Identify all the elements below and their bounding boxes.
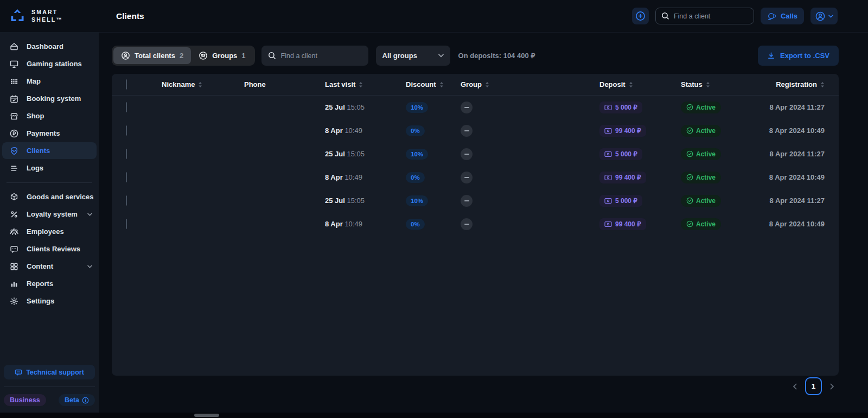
tab-total-clients[interactable]: Total clients 2 (113, 47, 191, 64)
alien-clients-icon (9, 146, 19, 156)
horizontal-scrollbar (0, 413, 868, 418)
business-badge: Business (4, 394, 46, 406)
last-visit-cell: 8 Apr 10:49 (325, 126, 406, 135)
sidebar-item-gaming-stations[interactable]: Gaming stations (2, 55, 97, 72)
status-badge: Active (681, 102, 721, 113)
tab-groups[interactable]: Groups 1 (191, 47, 253, 64)
sidebar-divider (4, 387, 95, 387)
beta-badge: Beta (59, 394, 95, 406)
row-checkbox[interactable] (126, 195, 127, 206)
row-checkbox[interactable] (126, 125, 127, 136)
header-group[interactable]: Group (461, 80, 599, 88)
download-icon (767, 52, 775, 60)
profile-button[interactable] (810, 8, 838, 24)
last-visit-cell: 25 Jul 15:05 (325, 103, 406, 111)
sidebar-item-label: Clients Reviews (27, 245, 80, 253)
sort-icon (198, 81, 202, 88)
group-empty-dash (461, 125, 473, 137)
table-row[interactable]: 8 Apr 10:49 0% 99 400 ₽ Active 8 Apr 202… (112, 166, 839, 189)
group-empty-dash (461, 218, 473, 230)
sidebar-item-logs[interactable]: Logs (2, 160, 97, 176)
discount-badge: 0% (406, 219, 425, 230)
filter-bar: Total clients 2 Groups 1 (112, 46, 839, 66)
person-circle-icon (121, 51, 130, 60)
header-registration[interactable]: Registration (749, 80, 825, 88)
table-row[interactable]: 8 Apr 10:49 0% 99 400 ₽ Active 8 Apr 202… (112, 212, 839, 236)
sidebar-item-payments[interactable]: Payments (2, 125, 97, 142)
pagination: 1 (112, 377, 839, 395)
sidebar-item-settings[interactable]: Settings (2, 293, 97, 309)
group-filter-select[interactable]: All groups (376, 46, 450, 66)
chevron-down-icon (87, 213, 92, 216)
sidebar-item-label: Loyalty system (27, 210, 78, 218)
topbar-search-input[interactable] (674, 12, 748, 20)
calls-button[interactable]: Calls (761, 8, 804, 24)
discount-badge: 10% (406, 195, 428, 206)
deposit-badge: 5 000 ₽ (599, 195, 642, 207)
cube-icon (9, 192, 19, 202)
header-last-visit[interactable]: Last visit (325, 80, 406, 88)
page-title: Clients (116, 11, 144, 21)
clients-filter-search[interactable] (261, 46, 368, 66)
last-visit-cell: 8 Apr 10:49 (325, 173, 406, 181)
percent-icon (9, 210, 19, 219)
monitor-icon (9, 59, 19, 69)
technical-support-button[interactable]: Technical support (4, 365, 95, 379)
table-row[interactable]: 25 Jul 15:05 10% 5 000 ₽ Active 8 Apr 20… (112, 189, 839, 212)
technical-support-label: Technical support (26, 369, 84, 376)
topbar: SMARTSHELL™ Clients (0, 0, 868, 33)
topbar-search[interactable] (655, 8, 754, 24)
deposit-badge: 99 400 ₽ (599, 172, 646, 183)
row-checkbox[interactable] (126, 172, 127, 182)
sidebar: Dashboard Gaming stations Map Booking sy… (0, 33, 99, 413)
deposit-badge: 99 400 ₽ (599, 218, 646, 230)
table-header-row: Nickname Phone Last visit Discount Group… (112, 74, 839, 96)
sidebar-item-clients[interactable]: Clients (2, 142, 97, 159)
sidebar-item-reports[interactable]: Reports (2, 275, 97, 292)
header-status[interactable]: Status (681, 80, 749, 88)
select-all-checkbox[interactable] (126, 79, 127, 90)
sidebar-item-goods-and-services[interactable]: Goods and services (2, 188, 97, 205)
header-deposit[interactable]: Deposit (599, 80, 681, 88)
row-checkbox[interactable] (126, 149, 127, 159)
sidebar-item-label: Reports (27, 280, 53, 288)
sidebar-item-content[interactable]: Content (2, 258, 97, 275)
sidebar-item-loyalty-system[interactable]: Loyalty system (2, 206, 97, 223)
next-page-button[interactable] (830, 383, 834, 390)
clients-filter-search-input[interactable] (281, 52, 362, 60)
grid-map-icon (9, 77, 19, 86)
info-icon[interactable] (82, 397, 89, 404)
sidebar-item-dashboard[interactable]: Dashboard (2, 38, 97, 55)
previous-page-button[interactable] (793, 383, 797, 390)
sidebar-item-booking-system[interactable]: Booking system (2, 90, 97, 107)
bar-chart-icon (9, 279, 19, 289)
storefront-icon (9, 111, 19, 121)
chevron-down-icon (828, 15, 833, 18)
export-csv-label: Export to .CSV (780, 52, 829, 60)
sort-icon (439, 81, 444, 88)
sidebar-item-employees[interactable]: Employees (2, 223, 97, 240)
horizontal-scrollbar-thumb[interactable] (194, 414, 219, 417)
sidebar-item-label: Goods and services (27, 193, 94, 201)
header-discount[interactable]: Discount (406, 80, 461, 88)
page-number-button[interactable]: 1 (805, 377, 822, 395)
table-row[interactable]: 25 Jul 15:05 10% 5 000 ₽ Active 8 Apr 20… (112, 96, 839, 119)
calls-label: Calls (781, 12, 797, 20)
brand-logo: SMARTSHELL™ (0, 8, 99, 24)
tab-count: 1 (241, 52, 245, 60)
row-checkbox[interactable] (126, 219, 127, 229)
last-visit-cell: 8 Apr 10:49 (325, 220, 406, 228)
add-client-button[interactable] (632, 8, 649, 24)
row-checkbox[interactable] (126, 102, 127, 112)
deposit-badge: 99 400 ₽ (599, 125, 646, 137)
ruble-circle-icon (9, 129, 19, 138)
table-row[interactable]: 25 Jul 15:05 10% 5 000 ₽ Active 8 Apr 20… (112, 142, 839, 166)
group-empty-dash (461, 102, 473, 113)
sidebar-item-clients-reviews[interactable]: Clients Reviews (2, 240, 97, 257)
sidebar-item-shop[interactable]: Shop (2, 107, 97, 124)
export-csv-button[interactable]: Export to .CSV (758, 46, 839, 66)
header-nickname[interactable]: Nickname (162, 80, 244, 88)
sidebar-item-map[interactable]: Map (2, 73, 97, 90)
table-row[interactable]: 8 Apr 10:49 0% 99 400 ₽ Active 8 Apr 202… (112, 119, 839, 142)
deposit-badge: 5 000 ₽ (599, 148, 642, 160)
